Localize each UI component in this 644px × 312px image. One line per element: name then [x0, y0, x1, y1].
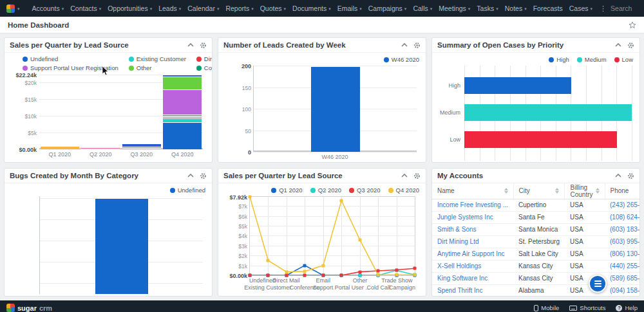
- nav-item-cases[interactable]: Cases▾: [566, 5, 596, 12]
- account-name-link[interactable]: X-Sell Holdings: [437, 262, 481, 270]
- data-point-q3-2020[interactable]: [377, 270, 380, 273]
- legend-item-q3-2020[interactable]: Q3 2020: [349, 187, 380, 194]
- bar-segment-undefined[interactable]: [163, 122, 202, 149]
- legend-item-direct-mail[interactable]: Direct Mail: [196, 55, 212, 62]
- footer-link-shortcuts[interactable]: Shortcuts: [569, 304, 605, 311]
- nav-item-campaigns[interactable]: Campaigns▾: [365, 5, 410, 12]
- legend-item-other[interactable]: Other: [129, 64, 186, 71]
- search-input[interactable]: [611, 5, 644, 12]
- phone-link[interactable]: (806) 130-2861: [610, 250, 639, 257]
- nav-item-emails[interactable]: Emails▾: [334, 5, 365, 12]
- app-menu-button[interactable]: ▾: [6, 5, 20, 13]
- data-point-q4-2020[interactable]: [285, 270, 288, 273]
- nav-item-documents[interactable]: Documents▾: [289, 5, 334, 12]
- nav-item-notes[interactable]: Notes▾: [502, 5, 530, 12]
- legend-item-undefined[interactable]: Undefined: [23, 55, 118, 62]
- legend-item-w46-2020[interactable]: W46 2020: [384, 56, 419, 63]
- data-point-q4-2020[interactable]: [303, 270, 307, 273]
- phone-link[interactable]: (094) 158-0575: [610, 287, 639, 294]
- account-name-link[interactable]: Income Free Investing ...: [437, 201, 508, 208]
- data-point-q4-2020[interactable]: [249, 196, 252, 199]
- data-point-q4-2020[interactable]: [413, 273, 417, 277]
- gear-icon[interactable]: [413, 42, 421, 49]
- phone-link[interactable]: (603) 183-0316: [610, 226, 639, 233]
- account-name-link[interactable]: Smith & Sons: [437, 226, 477, 233]
- floating-actions-button[interactable]: [589, 275, 607, 293]
- hbar-high[interactable]: [464, 77, 571, 94]
- more-modules-button[interactable]: ⋮: [596, 5, 611, 13]
- nav-item-tasks[interactable]: Tasks▾: [473, 5, 501, 12]
- bar-segment-conference[interactable]: [41, 146, 79, 149]
- account-name-link[interactable]: Jungle Systems Inc: [437, 214, 493, 221]
- gear-icon[interactable]: [627, 42, 634, 49]
- legend-item-high[interactable]: High: [549, 56, 569, 63]
- data-point-q4-2020[interactable]: [395, 273, 398, 277]
- collapse-icon[interactable]: [615, 42, 621, 48]
- nav-item-meetings[interactable]: Meetings▾: [435, 5, 473, 12]
- data-point-q3-2020[interactable]: [321, 274, 325, 277]
- legend-item-q4-2020[interactable]: Q4 2020: [388, 187, 419, 194]
- nav-item-reports[interactable]: Reports▾: [222, 5, 256, 12]
- footer-link-mobile[interactable]: Mobile: [534, 304, 559, 311]
- legend-item-medium[interactable]: Medium: [577, 56, 607, 63]
- phone-link[interactable]: (243) 265-4805: [610, 201, 639, 208]
- data-point-q4-2020[interactable]: [267, 259, 270, 262]
- data-point-q1-2020[interactable]: [303, 264, 307, 267]
- collapse-icon[interactable]: [401, 42, 408, 48]
- nav-item-calls[interactable]: Calls▾: [410, 5, 435, 12]
- data-point-q4-2020[interactable]: [321, 264, 325, 267]
- footer-logo[interactable]: sugarcrm: [6, 304, 52, 312]
- data-point-q3-2020[interactable]: [358, 270, 361, 273]
- legend-item-undefined[interactable]: Undefined: [170, 187, 205, 194]
- account-name-link[interactable]: Spend Thrift Inc: [437, 287, 482, 294]
- data-point-q4-2020[interactable]: [340, 199, 343, 202]
- nav-item-calendar[interactable]: Calendar▾: [184, 5, 222, 12]
- data-point-q4-2020[interactable]: [358, 238, 361, 241]
- collapse-icon[interactable]: [401, 173, 408, 178]
- legend-item-support-portal-user-registration[interactable]: Support Portal User Registration: [23, 64, 118, 71]
- nav-item-quotes[interactable]: Quotes▾: [257, 5, 289, 12]
- nav-item-accounts[interactable]: Accounts▾: [29, 5, 68, 12]
- gear-icon[interactable]: [200, 42, 207, 49]
- bar-segment-direct-mail[interactable]: [81, 149, 120, 150]
- account-name-link[interactable]: King Software Inc: [437, 275, 488, 282]
- phone-link[interactable]: (603) 995-6451: [610, 238, 639, 245]
- phone-link[interactable]: (440) 255-3199: [610, 262, 639, 270]
- data-point-q3-2020[interactable]: [413, 267, 417, 270]
- collapse-icon[interactable]: [615, 173, 621, 178]
- favorite-star-icon[interactable]: [629, 21, 636, 29]
- hbar-low[interactable]: [464, 131, 617, 148]
- bar-segment-existing-customer[interactable]: [163, 118, 202, 123]
- legend-item-low[interactable]: Low: [614, 56, 633, 63]
- legend-item-q1-2020[interactable]: Q1 2020: [271, 187, 302, 194]
- bar-segment-conference[interactable]: [122, 148, 161, 149]
- collapse-icon[interactable]: [187, 42, 194, 48]
- account-name-link[interactable]: Dirt Mining Ltd: [437, 238, 478, 245]
- nav-item-forecasts[interactable]: Forecasts: [530, 5, 566, 12]
- column-header-city[interactable]: City: [513, 183, 565, 199]
- column-header-phone[interactable]: Phone: [605, 183, 639, 199]
- data-point-q3-2020[interactable]: [395, 268, 398, 271]
- column-header-name[interactable]: Name: [432, 183, 513, 199]
- bar-segment-undefined[interactable]: [95, 198, 148, 294]
- gear-icon[interactable]: [413, 172, 421, 179]
- data-point-q4-2020[interactable]: [377, 273, 380, 277]
- data-point-q2-2020[interactable]: [358, 274, 361, 277]
- phone-link[interactable]: (589) 685-0571: [610, 275, 639, 282]
- footer-link-help[interactable]: ?Help: [616, 304, 638, 311]
- nav-item-leads[interactable]: Leads▾: [155, 5, 184, 12]
- data-point-q3-2020[interactable]: [267, 274, 270, 277]
- bar-segment-other[interactable]: [163, 77, 202, 89]
- data-point-q3-2020[interactable]: [303, 274, 307, 277]
- nav-item-contacts[interactable]: Contacts▾: [67, 5, 104, 12]
- data-point-q3-2020[interactable]: [285, 274, 288, 277]
- nav-item-opportunities[interactable]: Opportunities▾: [104, 5, 155, 12]
- phone-link[interactable]: (108) 624-5252: [610, 214, 639, 221]
- bar-segment-w46-2020[interactable]: [311, 66, 360, 152]
- account-name-link[interactable]: Anytime Air Support Inc: [437, 250, 505, 257]
- hbar-medium[interactable]: [464, 104, 632, 121]
- data-point-q3-2020[interactable]: [249, 274, 252, 277]
- legend-item-cold-call[interactable]: Cold Call: [196, 64, 212, 71]
- legend-item-existing-customer[interactable]: Existing Customer: [129, 55, 186, 62]
- legend-item-q2-2020[interactable]: Q2 2020: [310, 187, 341, 194]
